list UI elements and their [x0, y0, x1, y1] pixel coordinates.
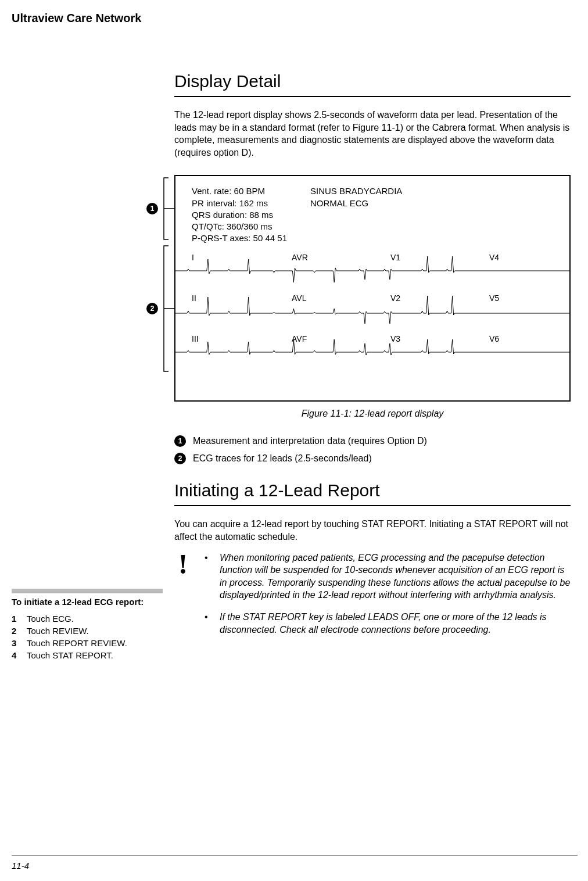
content-columns: To initiate a 12-lead ECG report: 1 Touc… — [0, 31, 588, 661]
diag-1: SINUS BRADYCARDIA — [310, 185, 402, 197]
ecg-trace-row3 — [175, 332, 569, 373]
note-text-2: If the STAT REPORT key is labeled LEADS … — [220, 611, 571, 636]
legend-item-1: 1 Measurement and interpretation data (r… — [174, 435, 571, 447]
meas-pr: PR interval: 162 ms — [192, 198, 287, 209]
sidebar: To initiate a 12-lead ECG report: 1 Touc… — [0, 71, 174, 661]
note-list: • When monitoring paced patients, ECG pr… — [205, 551, 571, 646]
meas-axes: P-QRS-T axes: 50 44 51 — [192, 232, 287, 244]
sidenote-num: 2 — [12, 625, 19, 637]
ecg-trace-row2 — [175, 291, 569, 332]
lead-row-3: III AVF V3 V6 — [175, 332, 569, 373]
section-title-display-detail: Display Detail — [174, 71, 571, 91]
sidenote-text: Touch REVIEW. — [27, 625, 89, 637]
ecg-trace-row1 — [175, 250, 569, 291]
legend-item-2: 2 ECG traces for 12 leads (2.5-seconds/l… — [174, 453, 571, 464]
sidenote-num: 4 — [12, 649, 19, 661]
sidenote-title: To initiate a 12-lead ECG report: — [12, 597, 163, 607]
page-number: 11-4 — [12, 861, 29, 871]
section-title-initiating: Initiating a 12-Lead Report — [174, 481, 571, 500]
list-item: 4 Touch STAT REPORT. — [12, 649, 163, 661]
bracket-icon — [158, 245, 174, 373]
bracket-icon — [158, 177, 174, 241]
sidenote-num: 1 — [12, 613, 19, 625]
legend-marker-2: 2 — [174, 453, 186, 464]
section-rule — [174, 96, 571, 97]
leads-area: I AVR V1 V4 II AVL V2 V5 — [175, 250, 569, 396]
sidenote-text: Touch REPORT REVIEW. — [27, 637, 127, 649]
diag-2: NORMAL ECG — [310, 198, 402, 209]
figure-area: 1 2 Vent. rate: 60 BPM PR interval: 162 … — [174, 175, 571, 464]
section-rule — [174, 505, 571, 506]
callout-marker-2: 2 — [146, 303, 158, 314]
legend-text-2: ECG traces for 12 leads (2.5-seconds/lea… — [193, 453, 372, 464]
note-text-1: When monitoring paced patients, ECG proc… — [220, 551, 571, 601]
list-item: 1 Touch ECG. — [12, 613, 163, 625]
sidenote-num: 3 — [12, 637, 19, 649]
lead-row-1: I AVR V1 V4 — [175, 250, 569, 291]
list-item: 2 Touch REVIEW. — [12, 625, 163, 637]
sidenote-bar — [12, 589, 163, 593]
callout-2: 2 — [146, 303, 158, 314]
note-item-2: • If the STAT REPORT key is labeled LEAD… — [205, 611, 571, 636]
display-detail-paragraph: The 12-lead report display shows 2.5-sec… — [174, 109, 571, 159]
figure-box: Vent. rate: 60 BPM PR interval: 162 ms Q… — [174, 175, 571, 402]
initiating-paragraph: You can acquire a 12-lead report by touc… — [174, 518, 571, 543]
meas-vent-rate: Vent. rate: 60 BPM — [192, 185, 287, 197]
exclamation-icon: ! — [174, 551, 192, 646]
bullet-icon: • — [205, 551, 210, 601]
callout-1: 1 — [146, 203, 158, 214]
legend-text-1: Measurement and interpretation data (req… — [193, 436, 427, 446]
callout-marker-1: 1 — [146, 203, 158, 214]
list-item: 3 Touch REPORT REVIEW. — [12, 637, 163, 649]
sidenote-text: Touch STAT REPORT. — [27, 649, 113, 661]
meas-qt: QT/QTc: 360/360 ms — [192, 221, 287, 232]
note-item-1: • When monitoring paced patients, ECG pr… — [205, 551, 571, 601]
footer-rule — [12, 855, 578, 855]
meas-qrs: QRS duration: 88 ms — [192, 209, 287, 221]
sidenote-text: Touch ECG. — [27, 613, 74, 625]
figure-legend: 1 Measurement and interpretation data (r… — [174, 435, 571, 464]
lead-row-2: II AVL V2 V5 — [175, 291, 569, 332]
measurements-block: Vent. rate: 60 BPM PR interval: 162 ms Q… — [175, 176, 569, 250]
sidenote-list: 1 Touch ECG. 2 Touch REVIEW. 3 Touch REP… — [12, 613, 163, 661]
bullet-icon: • — [205, 611, 210, 636]
note-block: ! • When monitoring paced patients, ECG … — [174, 551, 571, 646]
main-column: Display Detail The 12-lead report displa… — [174, 71, 588, 661]
page-header: Ultraview Care Network — [0, 12, 588, 31]
figure-caption: Figure 11-1: 12-lead report display — [174, 409, 571, 419]
legend-marker-1: 1 — [174, 435, 186, 447]
